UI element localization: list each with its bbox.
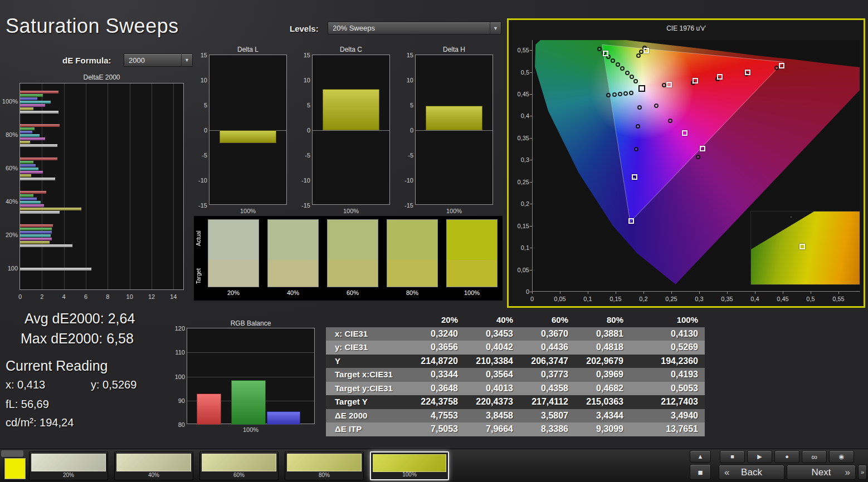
y-tick-label: 80 (170, 421, 185, 429)
bottom-toolbar: 20%40%60%80%100% ▲ ■ ■ ▶ ● ∞ ◉ « Back Ne… (0, 449, 868, 482)
bar (20, 168, 38, 170)
tick (530, 204, 532, 204)
app-window: Saturation Sweeps dE Formula: 2000 ▼ Lev… (0, 0, 868, 482)
tick (811, 292, 811, 294)
bar (20, 134, 40, 137)
delta-l-chart: Delta L 151050-5-10-15 100% (189, 46, 292, 215)
x-tick-label: 10 (123, 293, 136, 301)
fast-forward-button[interactable]: » (858, 465, 867, 480)
blue-bar (267, 411, 300, 425)
cell-value: 214,8720 (409, 355, 465, 368)
cell-value: 206,3747 (520, 355, 575, 368)
measured-point (774, 66, 779, 70)
tick (532, 292, 533, 294)
y-tick-label: 110 (170, 348, 185, 356)
y-tick-label: 100 (0, 264, 18, 272)
bar (20, 164, 36, 167)
target-point (628, 218, 634, 224)
patch-button-60%[interactable]: 60% (199, 451, 279, 480)
patch-button-40%[interactable]: 40% (114, 451, 193, 480)
eject-button[interactable]: ▲ (690, 450, 711, 463)
table-header-cell: 60% (520, 313, 575, 327)
target-color (447, 260, 497, 287)
tick (560, 292, 560, 294)
actual-color (387, 220, 437, 261)
power-button[interactable]: ◉ (829, 450, 854, 463)
patch-button-100%[interactable]: 100% (370, 451, 449, 480)
sweep-swatch (208, 219, 259, 287)
y-tick-label: 80% (0, 131, 18, 139)
power-icon: ◉ (839, 454, 845, 460)
target-color (208, 260, 259, 287)
cell-value: 220,4373 (465, 395, 520, 409)
bar (20, 174, 31, 177)
back-button[interactable]: « Back (719, 465, 784, 480)
y-tick-label: 0,45 (510, 90, 529, 98)
table-header-cell: 40% (465, 313, 520, 327)
cell-value: 0,4130 (630, 327, 705, 341)
de-formula-select[interactable]: 2000 ▼ (124, 53, 193, 67)
stop-large-button[interactable]: ■ (690, 464, 711, 480)
table-row: x: CIE310,32400,34530,36700,38810,4130 (326, 327, 705, 341)
tick (530, 160, 532, 160)
swatch-label: 60% (327, 289, 378, 296)
patch-button-strip: 20%40%60%80%100% (29, 450, 464, 481)
y-tick-label: 0,25 (510, 178, 529, 186)
x-tick-label: 0,05 (550, 295, 570, 303)
cell-value: 0,3656 (409, 341, 465, 355)
stop-button[interactable]: ■ (720, 450, 745, 463)
stop-icon: ■ (730, 454, 734, 460)
measured-point (625, 71, 630, 75)
y-tick-label: 100% (0, 97, 18, 105)
current-patch-swatch (4, 458, 26, 479)
target-point (745, 70, 750, 75)
y-tick-label: 0 (510, 288, 529, 296)
loop-button[interactable]: ∞ (802, 450, 827, 463)
x-tick-label: 0,45 (773, 295, 793, 303)
cell-value: 0,3670 (520, 327, 575, 341)
bar (220, 130, 276, 143)
next-button[interactable]: Next » (787, 465, 856, 480)
measured-point (696, 155, 700, 159)
play-button[interactable]: ▶ (747, 450, 772, 463)
cell-value: 7,9664 (465, 422, 520, 436)
y-tick-label: 0 (192, 126, 207, 134)
back-button-label: Back (741, 467, 762, 478)
levels-value: 20% Sweeps (333, 24, 375, 32)
levels-select[interactable]: 20% Sweeps ▼ (328, 22, 501, 35)
y-tick-label: 0,1 (510, 244, 529, 252)
measured-point (618, 92, 622, 96)
cell-value: 0,5053 (630, 382, 705, 396)
deltae2000-chart: DeltaE 2000 02468101214100%80%60%40%20%1… (0, 72, 187, 303)
patch-label: 100% (371, 471, 448, 478)
tick (530, 182, 532, 183)
y-tick-label: -10 (398, 176, 413, 184)
table-row: Target Y224,3758220,4373217,4112215,0363… (326, 395, 705, 409)
y-tick-label: -15 (192, 201, 207, 209)
stop-icon: ■ (698, 468, 703, 476)
cie-plot-area (532, 40, 860, 292)
record-button[interactable]: ● (774, 450, 799, 463)
measured-point (611, 58, 615, 63)
play-icon: ▶ (757, 454, 762, 460)
patch-swatch (116, 454, 191, 471)
target-color (387, 260, 437, 287)
table-row: Target x:CIE310,33440,35640,37730,39690,… (326, 368, 705, 382)
cell-value: 194,2360 (630, 355, 705, 368)
chart-title: RGB Balance (187, 319, 315, 327)
bar (20, 144, 57, 147)
patch-button-80%[interactable]: 80% (285, 451, 364, 480)
y-tick-label: -5 (295, 151, 310, 159)
toolbar-tab[interactable] (1, 450, 23, 457)
target-color (268, 260, 318, 287)
gridline (42, 83, 42, 289)
target-point (682, 130, 687, 136)
table-header-cell: 20% (409, 313, 465, 327)
patch-button-20%[interactable]: 20% (29, 451, 108, 480)
patch-swatch (373, 454, 446, 472)
forward-chevron-icon: » (861, 469, 864, 475)
x-tick-label: 0 (13, 293, 27, 301)
y-tick-label: 5 (398, 101, 413, 109)
record-icon: ● (785, 454, 789, 460)
tick (755, 292, 755, 294)
